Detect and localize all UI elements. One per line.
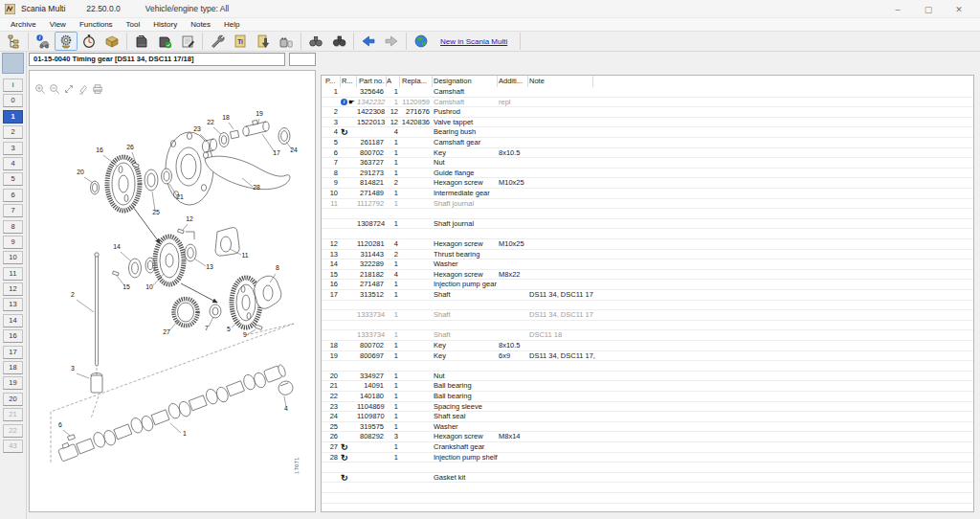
table-row[interactable]: 1211202814Hexagon screwM10x25 bbox=[322, 239, 973, 250]
sidebar-tab-5[interactable]: 5 bbox=[3, 172, 23, 186]
back-arrow-icon[interactable] bbox=[357, 32, 380, 51]
table-row[interactable]: 173135121ShaftDS11 34, DSC11 17 bbox=[322, 290, 973, 301]
sidebar-tab-12[interactable]: 12 bbox=[3, 282, 23, 296]
sidebar-tab-19[interactable]: 19 bbox=[3, 376, 23, 390]
sidebar-tab-11[interactable]: 11 bbox=[3, 267, 23, 281]
table-row[interactable]: 31522013121420836Valve tappet bbox=[322, 118, 973, 128]
tools-wrench-icon[interactable] bbox=[206, 32, 229, 51]
callout-25[interactable]: 25 bbox=[152, 209, 160, 215]
menu-history[interactable]: History bbox=[146, 20, 184, 29]
binoculars-icon[interactable] bbox=[304, 32, 327, 51]
book-check-icon[interactable] bbox=[153, 32, 176, 51]
standard-times-icon[interactable] bbox=[78, 32, 100, 51]
column-header[interactable]: R... bbox=[342, 76, 353, 87]
table-row[interactable]: 2411098701Shaft seal bbox=[322, 412, 973, 422]
sidebar-tab-13[interactable]: 13 bbox=[3, 298, 23, 311]
parts-info-icon[interactable]: i bbox=[32, 32, 55, 51]
battery-icon[interactable] bbox=[275, 32, 298, 51]
print-icon[interactable] bbox=[92, 81, 103, 93]
callout-14[interactable]: 14 bbox=[113, 243, 121, 250]
table-row[interactable]: 13256461Camshaft bbox=[322, 87, 973, 98]
callout-22[interactable]: 22 bbox=[207, 119, 214, 125]
table-row[interactable]: 28↻1Injection pump shelf bbox=[322, 453, 973, 463]
callout-4[interactable]: 4 bbox=[284, 405, 288, 412]
table-row[interactable]: 68007021Key8x10.5 bbox=[322, 148, 973, 159]
table-row[interactable]: 13337341ShaftDSC11 18 bbox=[322, 330, 973, 341]
table-row[interactable]: 102714891Intermediate gear bbox=[322, 189, 973, 199]
sidebar-tab-3[interactable]: 3 bbox=[3, 142, 23, 155]
table-row[interactable] bbox=[322, 463, 973, 473]
sidebar-tab-6[interactable]: 6 bbox=[3, 189, 23, 202]
sidebar-tab-1[interactable]: 1 bbox=[3, 110, 23, 124]
callout-28[interactable]: 28 bbox=[253, 184, 260, 191]
forward-arrow-icon[interactable] bbox=[380, 32, 403, 51]
callout-21[interactable]: 21 bbox=[176, 193, 184, 200]
callout-23[interactable]: 23 bbox=[193, 125, 201, 132]
sidebar-tab-2[interactable]: 2 bbox=[3, 125, 23, 139]
callout-13[interactable]: 13 bbox=[206, 263, 213, 270]
sidebar-tab-4[interactable]: 4 bbox=[3, 157, 23, 170]
callout-10[interactable]: 10 bbox=[145, 283, 153, 290]
menu-archive[interactable]: Archive bbox=[4, 20, 43, 29]
sidebar-tab-9[interactable]: 9 bbox=[3, 236, 23, 249]
column-header[interactable]: Repla... bbox=[402, 76, 427, 87]
menu-view[interactable]: View bbox=[43, 20, 73, 29]
table-row[interactable]: 1111127921Shaft journal bbox=[322, 199, 973, 210]
callout-19[interactable]: 19 bbox=[256, 110, 263, 117]
table-row[interactable]: i☛134223211120959Camshaftrepl bbox=[322, 98, 973, 108]
sidebar-group-box[interactable] bbox=[2, 53, 24, 74]
menu-notes[interactable]: Notes bbox=[184, 20, 217, 29]
globe-icon[interactable] bbox=[410, 32, 433, 51]
callout-5[interactable]: 5 bbox=[227, 326, 231, 332]
sidebar-tab-8[interactable]: 8 bbox=[3, 220, 23, 234]
table-row[interactable]: 203349271Nut bbox=[322, 372, 973, 382]
close-button[interactable]: ✕ bbox=[944, 0, 974, 18]
callout-16[interactable]: 16 bbox=[96, 147, 103, 153]
sidebar-tab-0[interactable]: 0 bbox=[3, 94, 23, 107]
callout-17[interactable]: 17 bbox=[273, 149, 280, 156]
minimize-button[interactable]: – bbox=[882, 0, 913, 18]
spare-parts-icon[interactable] bbox=[55, 32, 78, 51]
callout-6[interactable]: 6 bbox=[58, 421, 62, 428]
table-row[interactable]: 2311048691Spacing sleeve bbox=[322, 402, 973, 413]
book-icon[interactable] bbox=[130, 32, 153, 51]
callout-15[interactable]: 15 bbox=[122, 283, 130, 290]
table-row[interactable] bbox=[322, 209, 973, 219]
callout-3[interactable]: 3 bbox=[71, 365, 75, 372]
binoculars-find-icon[interactable] bbox=[327, 32, 350, 51]
table-row[interactable] bbox=[322, 361, 973, 372]
table-row[interactable]: 133114432Thrust bearing bbox=[322, 250, 973, 260]
table-row[interactable]: 4↻4Bearing bush bbox=[322, 127, 973, 138]
sidebar-tab-16[interactable]: 16 bbox=[3, 329, 23, 343]
table-row[interactable] bbox=[322, 321, 973, 331]
table-row[interactable]: 73637271Nut bbox=[322, 158, 973, 169]
table-row[interactable]: 162714871Injection pump gear bbox=[322, 280, 973, 290]
new-in-scania-multi-link[interactable]: New in Scania Multi bbox=[440, 37, 507, 46]
callout-12[interactable]: 12 bbox=[186, 215, 193, 222]
table-row[interactable]: 152181824Hexagon screwM8x22 bbox=[322, 270, 973, 281]
table-row[interactable]: 13337341ShaftDS11 34, DSC11 17 bbox=[322, 310, 973, 321]
menu-functions[interactable]: Functions bbox=[73, 20, 120, 29]
sidebar-tab-14[interactable]: 14 bbox=[3, 314, 23, 327]
table-row[interactable]: 268082923Hexagon screwM8x14 bbox=[322, 432, 973, 442]
callout-26[interactable]: 26 bbox=[126, 144, 134, 150]
maximize-button[interactable]: ▢ bbox=[913, 0, 944, 18]
column-header[interactable]: Additi... bbox=[499, 76, 523, 87]
table-row[interactable]: ↻Gasket kit bbox=[322, 473, 973, 484]
notepad-icon[interactable] bbox=[176, 32, 199, 51]
table-row[interactable]: 143222891Washer bbox=[322, 260, 973, 270]
callout-9[interactable]: 9 bbox=[243, 331, 247, 338]
callout-2[interactable]: 2 bbox=[71, 291, 75, 298]
fit-view-icon[interactable] bbox=[63, 81, 75, 93]
zoom-in-icon[interactable] bbox=[34, 81, 46, 93]
callout-27[interactable]: 27 bbox=[163, 328, 170, 335]
table-row[interactable]: 253195751Washer bbox=[322, 422, 973, 433]
column-header[interactable]: Part no. bbox=[359, 76, 384, 87]
callout-24[interactable]: 24 bbox=[290, 147, 298, 153]
package-icon[interactable] bbox=[100, 32, 123, 51]
table-row[interactable]: 198006971Key6x9DS11 34, DSC11 17, bbox=[322, 351, 973, 362]
table-row[interactable]: 2142230812271676Pushrod bbox=[322, 107, 973, 118]
column-header[interactable]: P... bbox=[325, 76, 335, 87]
sidebar-tab-17[interactable]: 17 bbox=[3, 346, 23, 359]
ti-document-icon[interactable]: Ti bbox=[229, 32, 252, 51]
